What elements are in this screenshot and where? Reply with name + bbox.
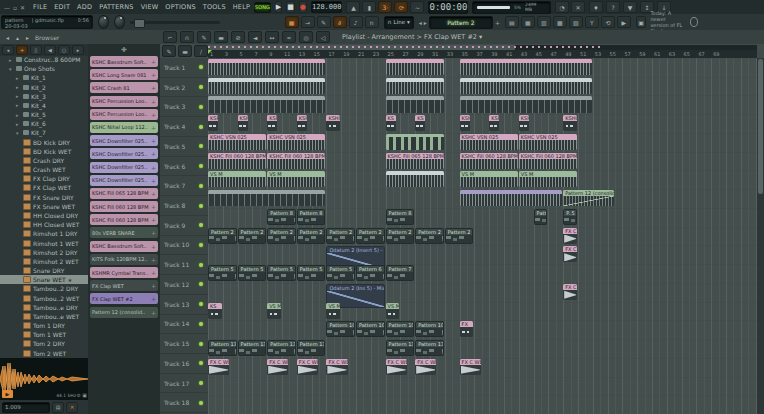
time-display[interactable]: 0:00:00 [428, 1, 468, 14]
playlist-clip[interactable]: FX C WET [326, 359, 347, 375]
playlist-clip[interactable]: Pattern 2 [208, 228, 237, 244]
step-edit-icon[interactable]: → [301, 16, 315, 28]
track-mute-led[interactable] [199, 164, 203, 168]
track-header[interactable]: Track 16 [160, 354, 208, 374]
draw-icon[interactable]: ✎ [317, 16, 331, 28]
drag-handle-icon[interactable]: + [151, 309, 156, 316]
browser-file-item[interactable]: Tom 2 DRY [0, 339, 88, 348]
playlist-clip[interactable]: Pattern 10 [386, 321, 415, 337]
picker-item[interactable]: KSHC Downfilter 025..+ [90, 175, 158, 186]
drag-handle-icon[interactable]: + [151, 269, 156, 276]
playlist-clip[interactable]: KSHC Fill 060 128 BPM [460, 153, 518, 169]
browser-folder-item[interactable]: ▸Kit_3 [0, 92, 88, 101]
browser-window-icon[interactable]: ▧ [569, 16, 583, 28]
playlist-clip[interactable]: Pattern 13 [208, 340, 237, 356]
playlist-clip[interactable]: KSHC [267, 115, 277, 131]
track-header[interactable]: Track 7 [160, 176, 208, 196]
browser-file-item[interactable]: BD Kick WET [0, 147, 88, 156]
magnet-icon[interactable]: ∩ [180, 31, 194, 43]
vscroll-thumb[interactable] [758, 59, 763, 194]
tab-cloud-icon[interactable]: ○ [58, 45, 70, 55]
wait-input-icon[interactable]: ▮ [362, 1, 376, 13]
mute-tool-icon[interactable]: ◄ [248, 31, 262, 43]
browser-folder-item[interactable]: ▸Kit_1 [0, 73, 88, 82]
track-header[interactable]: Track 13 [160, 295, 208, 315]
playlist-clip[interactable]: VS M [460, 171, 518, 187]
drag-handle-icon[interactable]: + [151, 71, 156, 78]
track-mute-led[interactable] [199, 401, 203, 405]
track-mute-led[interactable] [199, 361, 203, 365]
browser-folder-item[interactable]: ▸Kit_6 [0, 119, 88, 128]
picker-item[interactable]: KSHC Long Snare 081+ [90, 69, 158, 80]
picker-item[interactable]: KSHC Bassdrum Soft..+ [90, 241, 158, 252]
drag-handle-icon[interactable]: + [151, 295, 156, 302]
paint-icon[interactable]: ▬ [214, 31, 228, 43]
main-volume-bar[interactable] [477, 6, 509, 9]
slider-thumb[interactable] [134, 19, 145, 28]
track-header[interactable]: Track 6 [160, 157, 208, 177]
pattern-song-switch[interactable]: SONG [254, 2, 271, 13]
playlist-grid[interactable]: KSHCKSHCKSHCKSHCKSHCKSKSKSHCKSHCKSHCKSHC… [208, 58, 757, 414]
track-header[interactable]: Track 1 [160, 58, 208, 78]
playlist-clip[interactable] [208, 59, 325, 75]
drag-handle-icon[interactable]: + [151, 58, 156, 65]
drag-handle-icon[interactable]: + [151, 177, 156, 184]
shuffle-slider[interactable] [130, 21, 220, 24]
drag-handle-icon[interactable]: + [151, 190, 156, 197]
browser-file-item[interactable]: Rimshot 2 DRY [0, 248, 88, 257]
playlist-clip[interactable]: VS M [267, 303, 281, 319]
playlist-clip[interactable]: KSHC VSN 025 [519, 134, 577, 150]
playlist-clip[interactable]: Pattern 8 [386, 209, 415, 225]
save-icon[interactable]: ▼ [623, 1, 637, 13]
track-header[interactable]: Track 11 [160, 255, 208, 275]
picker-item[interactable]: FX Clap WET+ [90, 280, 158, 291]
menu-file[interactable]: FILE [33, 3, 47, 11]
minimize-button[interactable]: — [4, 4, 10, 11]
browser-file-item[interactable]: Rimshot 1 DRY [0, 229, 88, 238]
playlist-clip[interactable]: KSHC [519, 115, 529, 131]
track-mute-led[interactable] [199, 144, 203, 148]
playlist-clip[interactable]: Pattern 13 [415, 340, 444, 356]
picker-item[interactable]: KSHC Fill 065 128 BPM+ [90, 188, 158, 199]
browser-file-item[interactable]: HH Closed DRY [0, 211, 88, 220]
browser-folder-item[interactable]: ▸Kit_4 [0, 101, 88, 110]
track-header[interactable]: Track 18 [160, 393, 208, 413]
picker-item[interactable]: FX Clap WET #2+ [90, 293, 158, 304]
talkback-mic-icon[interactable]: ♦ [589, 1, 603, 13]
play-button[interactable]: ▶ [275, 1, 282, 13]
maximize-button[interactable]: ▫ [13, 4, 17, 11]
browser-file-item[interactable]: Crash DRY [0, 156, 88, 165]
browser-file-item[interactable]: Tambou..e DRY [0, 303, 88, 312]
pencil-icon[interactable]: ✎ [197, 31, 211, 43]
channel-rack-window-icon[interactable]: ▥ [537, 16, 551, 28]
playlist-clip[interactable]: KSHC [208, 115, 218, 131]
tab-plus-icon[interactable]: + [16, 45, 28, 55]
snap-selector[interactable]: ∩ Line ▾ [384, 16, 414, 29]
browser-file-item[interactable]: Tom 2 WET [0, 349, 88, 358]
slice-tool-icon[interactable]: / [194, 45, 208, 57]
playlist-clip[interactable]: KSHC Fill 060 128 BPM [208, 153, 266, 169]
drag-handle-icon[interactable]: + [151, 256, 156, 263]
playlist-clip[interactable] [208, 96, 325, 112]
browser-folder-item[interactable]: ▸Construc..8 600PM [0, 55, 88, 64]
forward-icon[interactable]: ▸ [23, 33, 32, 42]
slip-tool-icon[interactable]: ↔ [265, 31, 279, 43]
countdown-icon[interactable]: 3· [378, 1, 392, 13]
playlist-window-icon[interactable]: ▤ [505, 16, 519, 28]
browser-file-item[interactable]: Crash WET [0, 165, 88, 174]
browser-file-item[interactable]: Snare DRY [0, 266, 88, 275]
playlist-clip[interactable] [460, 96, 592, 112]
playlist-clip[interactable]: Pattern 5 [208, 265, 237, 281]
slice-icon[interactable]: ≈ [282, 31, 296, 43]
playlist-clip[interactable]: KSHC [489, 115, 499, 131]
browser-file-item[interactable]: Tambou..e WET [0, 312, 88, 321]
back-icon[interactable]: ◂ [3, 33, 12, 42]
playlist-clip[interactable]: KSHC Fill 060 128 BPM [267, 153, 325, 169]
browser-folder-item[interactable]: ▾One Shots [0, 64, 88, 73]
drag-handle-icon[interactable]: + [151, 229, 156, 236]
undo-icon[interactable]: ⟲ [601, 16, 615, 28]
drag-handle-icon[interactable]: + [151, 98, 156, 105]
blend-recording-icon[interactable]: ~ [410, 1, 424, 13]
picker-item[interactable]: KSHC Percussion Loo..+ [90, 109, 158, 120]
preview-play-button[interactable]: ▶ [2, 390, 13, 398]
